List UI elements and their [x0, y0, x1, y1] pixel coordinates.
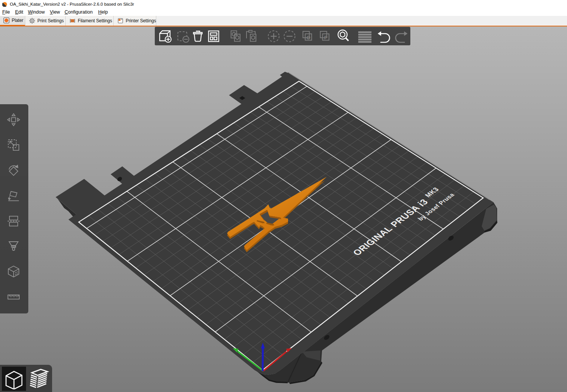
svg-text:O: O	[307, 35, 310, 40]
svg-text:P: P	[324, 35, 328, 40]
